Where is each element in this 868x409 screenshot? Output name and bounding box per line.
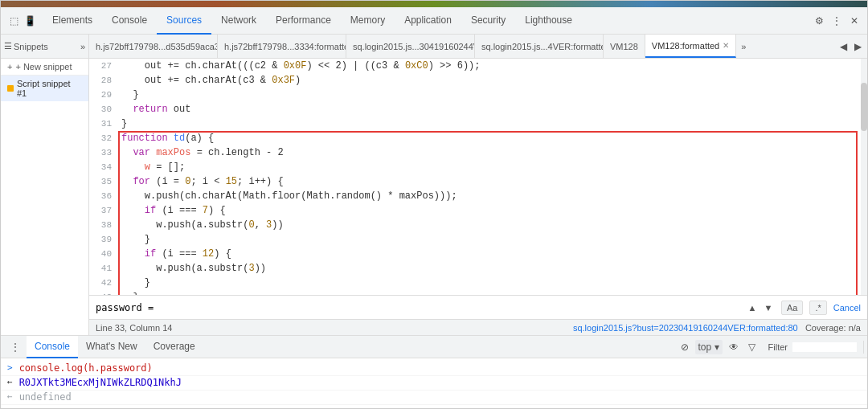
match-case-button[interactable]: Aa	[781, 301, 803, 315]
line-code-27: out += ch.charAt(((c2 & 0x0F) << 2) | ((…	[118, 59, 867, 73]
line-code-31: }	[118, 117, 867, 131]
right-panel: 27 out += ch.charAt(((c2 & 0x0F) << 2) |…	[89, 59, 867, 335]
plus-icon: +	[7, 62, 12, 72]
nav-tab-sources[interactable]: Sources	[157, 7, 211, 35]
more-icon[interactable]: ⋮	[830, 14, 843, 27]
file-tab-3[interactable]: sq.login2015.js...4VER:formatted	[475, 35, 604, 58]
cancel-search-button[interactable]: Cancel	[833, 303, 861, 313]
code-line-39: 39 }	[89, 232, 867, 247]
search-input[interactable]	[96, 302, 739, 313]
code-line-41: 41 w.push(a.substr(3))	[89, 261, 867, 276]
snippets-label: Snippets	[14, 42, 48, 51]
code-line-37: 37 if (i === 7) {	[89, 203, 867, 218]
code-line-28: 28 out += ch.charAt(c3 & 0x3F)	[89, 73, 867, 88]
top-dropdown-icon[interactable]: top ▾	[695, 340, 723, 354]
line-code-42: }	[118, 276, 867, 290]
line-num-41: 41	[89, 261, 118, 276]
code-line-27: 27 out += ch.charAt(((c2 & 0x0F) << 2) |…	[89, 59, 867, 73]
bottom-tab-whatsnew[interactable]: What's New	[78, 336, 145, 358]
sidebar: + + New snippet Script snippet #1	[1, 59, 89, 335]
line-num-34: 34	[89, 160, 118, 174]
status-bar: Line 33, Column 14 sq.login2015.js?bust=…	[89, 319, 867, 335]
line-code-39: }	[118, 232, 867, 247]
tab-bar-arrows: ◀ ▶	[833, 40, 867, 53]
nav-tab-console[interactable]: Console	[102, 7, 157, 35]
bottom-menu-icon[interactable]: ⋮	[7, 340, 23, 354]
code-line-30: 30 return out	[89, 102, 867, 117]
clear-console-icon[interactable]: ⊘	[678, 340, 692, 354]
code-content[interactable]: 27 out += ch.charAt(((c2 & 0x0F) << 2) |…	[89, 59, 867, 295]
line-code-34: w = [];	[118, 160, 867, 174]
line-num-36: 36	[89, 189, 118, 203]
code-line-36: 36 w.push(ch.charAt(Math.floor(Math.rand…	[89, 189, 867, 203]
tab-arrow-right[interactable]: ▶	[851, 40, 864, 53]
bottom-tab-coverage[interactable]: Coverage	[145, 336, 203, 358]
line-num-29: 29	[89, 88, 118, 102]
file-tab-bar: ☰ Snippets » h.js72bff179798...d535d59ac…	[1, 35, 867, 59]
console-area: > console.log(h.password) ← R0JXTkt3MEcx…	[1, 358, 867, 408]
line-code-33: var maxPos = ch.length - 2	[118, 145, 867, 160]
nav-tab-security[interactable]: Security	[461, 7, 515, 35]
nav-tab-network[interactable]: Network	[211, 7, 266, 35]
line-num-31: 31	[89, 117, 118, 131]
bottom-panel: ⋮ Console What's New Coverage ⊘ top ▾ 👁 …	[1, 335, 867, 408]
file-tab-5-label: VM128:formatted	[652, 41, 719, 51]
console-output-arrow: ←	[7, 377, 13, 387]
level-dropdown-icon[interactable]: ▽	[745, 340, 759, 354]
nav-tab-elements[interactable]: Elements	[43, 7, 102, 35]
file-link[interactable]: sq.login2015.js?bust=20230419160244VER:f…	[573, 323, 798, 333]
scrollbar-thumb[interactable]	[861, 83, 867, 131]
snippets-icon: ☰	[4, 41, 12, 51]
filter-area: Filter	[762, 341, 864, 354]
nav-tab-memory[interactable]: Memory	[341, 7, 395, 35]
filter-input[interactable]	[792, 342, 857, 352]
search-up-button[interactable]: ▲	[746, 301, 759, 314]
console-output-line: ← R0JXTkt3MEcxMjNIWkZLRDQ1NkhJ	[1, 376, 867, 391]
new-snippet-button[interactable]: + + New snippet	[1, 59, 88, 76]
bottom-right-icons: ⊘ top ▾ 👁 ▽ Filter	[678, 340, 864, 354]
settings-icon[interactable]: ⚙	[813, 14, 825, 27]
nav-tab-lighthouse[interactable]: Lighthouse	[515, 7, 582, 35]
search-down-button[interactable]: ▼	[762, 301, 775, 314]
device-icon[interactable]: 📱	[23, 14, 36, 27]
file-tab-5[interactable]: VM128:formatted ✕	[645, 35, 736, 58]
code-line-38: 38 w.push(a.substr(0, 3))	[89, 218, 867, 232]
new-snippet-label: + New snippet	[15, 62, 72, 72]
nav-tab-application[interactable]: Application	[395, 7, 461, 35]
tab-arrow-left[interactable]: ◀	[837, 40, 850, 53]
status-right: sq.login2015.js?bust=20230419160244VER:f…	[573, 323, 861, 333]
close-devtools-icon[interactable]: ✕	[848, 14, 861, 27]
code-line-29: 29 }	[89, 88, 867, 102]
file-tab-0[interactable]: h.js72bff179798...d535d59aca3334	[89, 35, 218, 58]
nav-icon-group: ⬚ 📱	[7, 14, 36, 27]
file-tab-4[interactable]: VM128	[604, 35, 645, 58]
code-line-31: 31 }	[89, 117, 867, 131]
file-tab-2[interactable]: sq.login2015.js...30419160244VER	[346, 35, 475, 58]
line-num-37: 37	[89, 203, 118, 218]
code-editor: 27 out += ch.charAt(((c2 & 0x0F) << 2) |…	[89, 59, 867, 295]
bottom-tab-console[interactable]: Console	[27, 336, 78, 358]
inspect-icon[interactable]: ⬚	[7, 14, 20, 27]
eye-icon[interactable]: 👁	[726, 340, 742, 354]
line-num-35: 35	[89, 174, 118, 189]
vertical-scrollbar[interactable]	[861, 59, 867, 295]
file-tab-5-close[interactable]: ✕	[723, 41, 729, 50]
line-num-27: 27	[89, 59, 118, 73]
snippet-item-1[interactable]: Script snippet #1	[1, 76, 88, 101]
file-tab-1[interactable]: h.js72bff179798...3334:formatted	[218, 35, 346, 58]
snippets-more-icon[interactable]: »	[80, 42, 85, 51]
regex-button[interactable]: .*	[809, 301, 826, 315]
line-code-36: w.push(ch.charAt(Math.floor(Math.random(…	[118, 189, 867, 203]
tab-bar-left: ☰ Snippets »	[1, 35, 89, 58]
code-line-43: 43 }	[89, 290, 867, 295]
devtools-container: ⬚ 📱 Elements Console Sources Network Per…	[0, 0, 868, 409]
console-undef-line: ← undefined	[1, 391, 867, 405]
bottom-left-icons: ⋮	[4, 340, 27, 354]
tab-bar-more[interactable]: »	[736, 35, 751, 58]
console-right-arrow: >	[7, 362, 13, 373]
line-num-30: 30	[89, 102, 118, 117]
nav-tab-performance[interactable]: Performance	[266, 7, 341, 35]
line-code-37: if (i === 7) {	[118, 203, 867, 218]
search-bar: ▲ ▼ Aa .* Cancel	[89, 295, 867, 319]
console-undef-arrow: ←	[7, 391, 13, 402]
